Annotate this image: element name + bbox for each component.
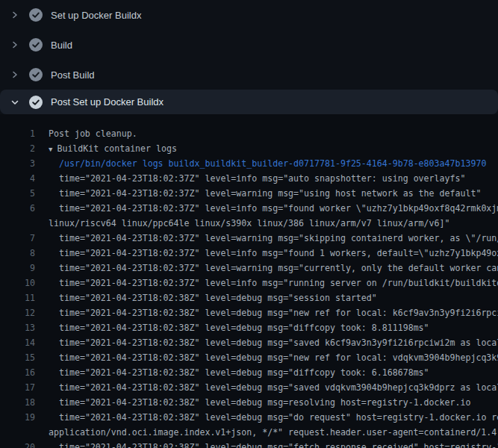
step-label: Build — [51, 40, 72, 51]
step-row-post-build[interactable]: Post Build — [0, 60, 498, 90]
step-row-post-set-up-docker-buildx[interactable]: Post Set up Docker Buildx — [0, 90, 498, 114]
log-line-number[interactable]: 10 — [0, 276, 35, 290]
steps-list: Set up Docker Buildx Build Post Build Po… — [0, 0, 498, 114]
log-line: 2▼BuildKit container logs — [0, 141, 498, 156]
log-line: 14time="2021-04-23T18:02:38Z" level=debu… — [0, 335, 498, 350]
step-label: Post Build — [51, 69, 95, 81]
log-text: time="2021-04-23T18:02:38Z" level=debug … — [35, 395, 498, 410]
log-line-number[interactable]: 9 — [0, 261, 35, 276]
chevron-down-icon — [10, 98, 19, 107]
log-lines: 1Post job cleanup.2▼BuildKit container l… — [0, 114, 498, 448]
log-line: 13time="2021-04-23T18:02:38Z" level=debu… — [0, 320, 498, 335]
log-text: time="2021-04-23T18:02:37Z" level=info m… — [35, 246, 498, 261]
log-text: time="2021-04-23T18:02:38Z" level=debug … — [35, 380, 498, 395]
check-circle-icon — [29, 68, 43, 81]
log-line-number[interactable]: 7 — [0, 231, 35, 246]
log-text: time="2021-04-23T18:02:38Z" level=debug … — [35, 410, 498, 425]
log-line-number[interactable]: 4 — [0, 171, 35, 186]
log-line: 4time="2021-04-23T18:02:37Z" level=info … — [0, 171, 498, 186]
log-line: 7time="2021-04-23T18:02:37Z" level=warni… — [0, 231, 498, 246]
log-line-number[interactable]: 19 — [0, 410, 35, 425]
log-text: time="2021-04-23T18:02:37Z" level=info m… — [35, 171, 498, 186]
log-line: 1Post job cleanup. — [0, 126, 498, 141]
log-line-number[interactable]: 2 — [0, 141, 35, 156]
log-text: time="2021-04-23T18:02:38Z" level=debug … — [35, 305, 498, 320]
log-text: time="2021-04-23T18:02:37Z" level=info m… — [35, 276, 498, 290]
log-line: linux/riscv64 linux/ppc64le linux/s390x … — [0, 216, 498, 231]
log-line-number[interactable]: 20 — [0, 440, 35, 448]
log-line-number[interactable]: 12 — [0, 305, 35, 320]
chevron-right-icon — [10, 10, 19, 19]
step-label: Post Set up Docker Buildx — [51, 96, 164, 108]
step-label: Set up Docker Buildx — [51, 10, 141, 21]
log-line: 20time="2021-04-23T18:02:38Z" level=debu… — [0, 440, 498, 448]
log-line-number[interactable]: 8 — [0, 246, 35, 261]
log-line: 15time="2021-04-23T18:02:38Z" level=debu… — [0, 350, 498, 365]
log-line-number[interactable]: 14 — [0, 335, 35, 350]
log-text: time="2021-04-23T18:02:38Z" level=debug … — [35, 365, 498, 380]
log-line: 16time="2021-04-23T18:02:38Z" level=debu… — [0, 365, 498, 380]
log-line-number[interactable]: 3 — [0, 156, 35, 171]
chevron-right-icon — [10, 40, 19, 49]
chevron-right-icon — [10, 70, 19, 79]
log-text: time="2021-04-23T18:02:37Z" level=warnin… — [35, 231, 498, 246]
log-line: 17time="2021-04-23T18:02:38Z" level=debu… — [0, 380, 498, 395]
log-line-number[interactable]: 18 — [0, 395, 35, 410]
log-command-text: /usr/bin/docker logs buildx_buildkit_bui… — [35, 156, 498, 171]
log-line: 6time="2021-04-23T18:02:37Z" level=info … — [0, 201, 498, 216]
log-text: time="2021-04-23T18:02:37Z" level=info m… — [35, 201, 498, 216]
log-text: Post job cleanup. — [35, 126, 498, 141]
log-text: time="2021-04-23T18:02:38Z" level=debug … — [35, 350, 498, 365]
step-row-build[interactable]: Build — [0, 30, 498, 60]
log-line: 3/usr/bin/docker logs buildx_buildkit_bu… — [0, 156, 498, 171]
log-text: time="2021-04-23T18:02:37Z" level=warnin… — [35, 186, 498, 201]
log-line: 11time="2021-04-23T18:02:38Z" level=debu… — [0, 290, 498, 305]
log-line: 9time="2021-04-23T18:02:37Z" level=warni… — [0, 261, 498, 276]
log-line: 12time="2021-04-23T18:02:38Z" level=debu… — [0, 305, 498, 320]
log-line: 19time="2021-04-23T18:02:38Z" level=debu… — [0, 410, 498, 425]
log-text: time="2021-04-23T18:02:38Z" level=debug … — [35, 440, 498, 448]
log-text: time="2021-04-23T18:02:38Z" level=debug … — [35, 290, 498, 305]
check-circle-icon — [29, 38, 43, 52]
log-line: 8time="2021-04-23T18:02:37Z" level=info … — [0, 246, 498, 261]
log-text: time="2021-04-23T18:02:37Z" level=warnin… — [35, 261, 498, 276]
log-line-number[interactable]: 15 — [0, 350, 35, 365]
log-line-number[interactable]: 16 — [0, 365, 35, 380]
log-line-number[interactable]: 1 — [0, 126, 35, 141]
log-line: 5time="2021-04-23T18:02:37Z" level=warni… — [0, 186, 498, 201]
log-text: application/vnd.oci.image.index.v1+json,… — [35, 425, 498, 440]
log-group-label[interactable]: ▼BuildKit container logs — [35, 141, 498, 156]
check-circle-icon — [29, 8, 43, 22]
step-row-set-up-docker-buildx[interactable]: Set up Docker Buildx — [0, 0, 498, 30]
log-text: time="2021-04-23T18:02:38Z" level=debug … — [35, 335, 498, 350]
log-line-number — [0, 425, 35, 440]
log-line: application/vnd.oci.image.index.v1+json,… — [0, 425, 498, 440]
check-circle-icon — [29, 96, 43, 109]
log-line-number[interactable]: 6 — [0, 201, 35, 216]
log-line: 10time="2021-04-23T18:02:37Z" level=info… — [0, 276, 498, 290]
log-text: linux/riscv64 linux/ppc64le linux/s390x … — [35, 216, 498, 231]
collapse-triangle-icon[interactable]: ▼ — [49, 146, 52, 153]
log-line-number[interactable]: 11 — [0, 290, 35, 305]
log-line-number[interactable]: 17 — [0, 380, 35, 395]
log-line-number[interactable]: 5 — [0, 186, 35, 201]
log-text: time="2021-04-23T18:02:38Z" level=debug … — [35, 320, 498, 335]
log-line-number — [0, 216, 35, 231]
log-line: 18time="2021-04-23T18:02:38Z" level=debu… — [0, 395, 498, 410]
log-line-number[interactable]: 13 — [0, 320, 35, 335]
